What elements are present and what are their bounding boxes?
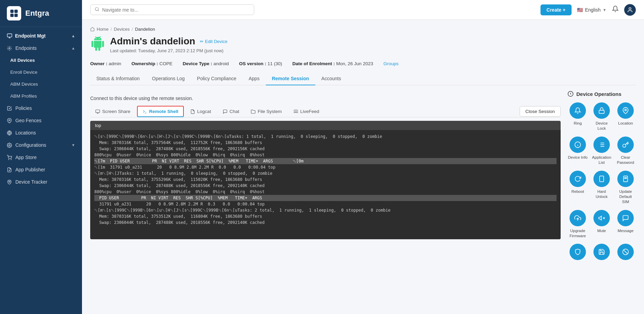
op-ring-label: Ring xyxy=(574,121,582,126)
op-device-lock-label: Device Lock xyxy=(591,121,612,131)
search-input[interactable] xyxy=(102,7,250,13)
session-tab-logcat[interactable]: Logcat xyxy=(185,106,216,117)
sidebar-item-configurations[interactable]: Configurations ▼ xyxy=(0,139,82,151)
breadcrumb: Home / Devices / Dandelion xyxy=(90,27,636,32)
sidebar-item-policies[interactable]: Policies xyxy=(0,102,82,114)
session-tabs-row: Screen Share Remote Shell Logcat Ch xyxy=(90,106,561,117)
tab-accounts[interactable]: Accounts xyxy=(315,72,347,85)
op-hard-unlock-button[interactable] xyxy=(593,171,610,187)
sidebar-item-device-tracker[interactable]: Device Tracker xyxy=(0,176,82,188)
sidebar-item-abm-profiles[interactable]: ABM Profiles xyxy=(0,90,82,102)
session-tab-remote-shell[interactable]: Remote Shell xyxy=(137,106,184,117)
session-tab-chat[interactable]: Chat xyxy=(218,106,245,117)
tab-apps[interactable]: Apps xyxy=(243,72,266,85)
op-location[interactable]: Location xyxy=(615,102,636,131)
device-operations-panel: Device Operations Ring Device Lo xyxy=(561,91,636,307)
session-tab-file-system[interactable]: File System xyxy=(246,106,287,117)
op-shield-button[interactable] xyxy=(570,244,586,260)
panel-main: Connect to this device using the remote … xyxy=(90,91,561,307)
session-tab-screen-share[interactable]: Screen Share xyxy=(90,106,136,117)
op-device-lock[interactable]: Device Lock xyxy=(591,102,612,131)
groups-link[interactable]: Groups xyxy=(383,61,398,66)
sidebar-item-geo-fences[interactable]: Geo Fences xyxy=(0,114,82,127)
session-tab-live-feed[interactable]: LiveFeed xyxy=(288,106,325,117)
sidebar-item-app-store[interactable]: App Store xyxy=(0,151,82,163)
op-save-button[interactable] xyxy=(593,244,610,260)
op-clear-password-button[interactable] xyxy=(617,137,634,153)
svg-rect-2 xyxy=(10,14,14,17)
svg-point-14 xyxy=(95,8,98,11)
op-save[interactable] xyxy=(591,244,612,262)
op-hard-unlock-label: Hard Unlock xyxy=(591,189,612,199)
sidebar-item-enroll-device[interactable]: Enroll Device xyxy=(0,66,82,78)
op-ring-button[interactable] xyxy=(570,102,586,119)
op-reboot-label: Reboot xyxy=(571,189,584,194)
svg-rect-4 xyxy=(7,34,12,37)
op-upgrade-firmware[interactable]: Upgrade Firmware xyxy=(567,210,588,239)
device-tabs: Status & Information Operations Log Poli… xyxy=(90,72,636,85)
terminal-header: top xyxy=(90,121,561,130)
device-enrolment-date: Date of Enrolment : Mon, 26 Jun 2023 xyxy=(292,61,373,66)
op-mute[interactable]: Mute xyxy=(591,210,612,239)
op-block-button[interactable] xyxy=(617,244,634,260)
svg-rect-3 xyxy=(14,14,18,17)
op-clear-password-label: Clear Password xyxy=(615,155,636,165)
sidebar-item-abm-devices[interactable]: ABM Devices xyxy=(0,78,82,90)
breadcrumb-home[interactable]: Home xyxy=(97,27,109,32)
sidebar-item-app-publisher[interactable]: App Publisher xyxy=(0,163,82,176)
op-hard-unlock[interactable]: Hard Unlock xyxy=(591,171,612,204)
svg-point-6 xyxy=(9,119,10,121)
endpoint-mgt-header[interactable]: Endpoint Mgt ▲ xyxy=(0,30,82,42)
breadcrumb-devices[interactable]: Devices xyxy=(114,27,129,32)
op-update-default-sim-button[interactable] xyxy=(617,171,634,187)
op-shield[interactable] xyxy=(567,244,588,262)
search-container[interactable] xyxy=(90,4,254,15)
notification-icon[interactable] xyxy=(612,5,619,14)
language-selector[interactable]: 🇺🇸 English ▼ xyxy=(577,7,606,13)
op-update-default-sim[interactable]: Update Default SIM xyxy=(615,171,636,204)
topbar-right: Create + 🇺🇸 English ▼ xyxy=(540,4,636,16)
svg-point-5 xyxy=(9,47,10,49)
avatar[interactable] xyxy=(624,4,636,16)
lang-chevron-icon: ▼ xyxy=(603,8,606,12)
edit-device-link[interactable]: ✏ Edit Device xyxy=(200,39,227,44)
op-device-info[interactable]: Device Info xyxy=(567,137,588,165)
main-area: Create + 🇺🇸 English ▼ Home / Devices / D… xyxy=(82,0,644,314)
op-application-list[interactable]: Application List xyxy=(591,137,612,165)
flag-icon: 🇺🇸 xyxy=(577,7,583,13)
op-upgrade-firmware-button[interactable] xyxy=(570,210,586,226)
op-message-button[interactable] xyxy=(617,210,634,226)
op-reboot[interactable]: Reboot xyxy=(567,171,588,204)
device-os-version: OS version : 11 (30) xyxy=(239,61,282,66)
op-application-list-button[interactable] xyxy=(593,137,610,153)
tab-status[interactable]: Status & Information xyxy=(90,72,146,85)
device-type: Device Type : android xyxy=(183,61,229,66)
sidebar-item-locations[interactable]: Locations xyxy=(0,127,82,139)
op-clear-password[interactable]: Clear Password xyxy=(615,137,636,165)
chevron-up-icon: ▲ xyxy=(71,34,75,38)
svg-point-8 xyxy=(9,144,10,146)
terminal-body[interactable]: ␛[s␛[999C␛[999B␛[6n␛[u␛[H␛[J␛[s␛[999C␛[9… xyxy=(90,130,561,239)
op-device-lock-button[interactable] xyxy=(593,102,610,119)
breadcrumb-current: Dandelion xyxy=(135,27,155,32)
sidebar-item-endpoints[interactable]: Endpoints ▲ xyxy=(0,42,82,54)
create-button[interactable]: Create + xyxy=(540,4,572,15)
op-block[interactable] xyxy=(615,244,636,262)
endpoints-chevron: ▲ xyxy=(71,46,75,50)
sidebar-item-all-devices[interactable]: All Devices xyxy=(0,54,82,66)
tab-operations-log[interactable]: Operations Log xyxy=(146,72,191,85)
op-location-button[interactable] xyxy=(617,102,634,119)
tab-remote-session[interactable]: Remote Session xyxy=(266,72,315,85)
search-icon xyxy=(95,7,99,13)
device-last-updated: Last updated: Tuesday, June 27, 2023 2:1… xyxy=(110,48,228,53)
op-ring[interactable]: Ring xyxy=(567,102,588,131)
close-session-button[interactable]: Close Session xyxy=(520,106,561,117)
logo-icon xyxy=(7,6,21,20)
op-message[interactable]: Message xyxy=(615,210,636,239)
tab-policy-compliance[interactable]: Policy Compliance xyxy=(191,72,243,85)
op-reboot-button[interactable] xyxy=(570,171,586,187)
op-device-info-button[interactable] xyxy=(570,137,586,153)
op-mute-button[interactable] xyxy=(593,210,610,226)
svg-point-13 xyxy=(9,181,10,182)
op-application-list-label: Application List xyxy=(591,155,612,165)
